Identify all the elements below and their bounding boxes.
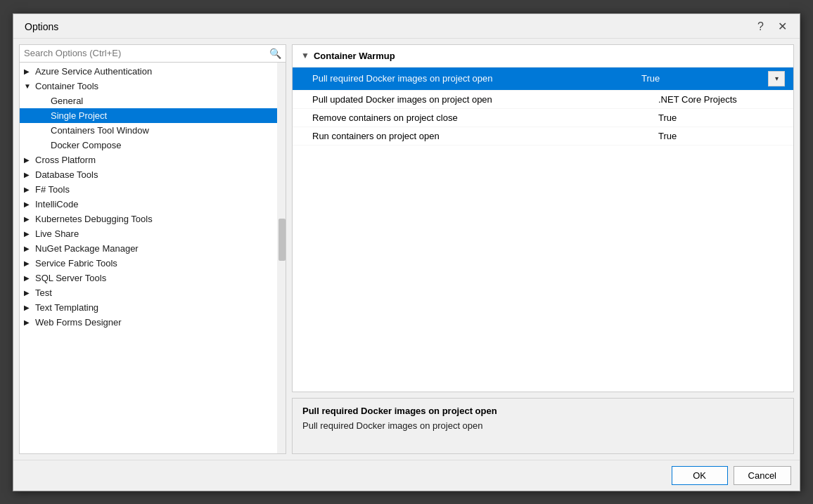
description-text: Pull required Docker images on project o… <box>302 420 783 431</box>
tree-arrow-service-fabric: ▶ <box>24 259 32 267</box>
tree-label-azure-service-auth: Azure Service Authentication <box>35 66 152 77</box>
tree-label-cross-platform: Cross Platform <box>35 155 96 165</box>
tree-label-text-templating: Text Templating <box>35 302 98 313</box>
settings-panel: ▼ Container Warmup Pull required Docker … <box>292 44 794 392</box>
tree-arrow-database-tools: ▶ <box>24 171 32 179</box>
settings-row-label-remove-containers: Remove containers on project close <box>312 112 658 123</box>
tree-item-container-tools[interactable]: ▼Container Tools <box>20 79 286 93</box>
tree-arrow-kubernetes-debugging: ▶ <box>24 215 32 223</box>
tree-item-azure-service-auth[interactable]: ▶Azure Service Authentication <box>20 64 286 79</box>
dialog-body: 🔍 ▶Azure Service Authentication▼Containe… <box>13 39 800 460</box>
section-arrow: ▼ <box>301 51 309 60</box>
tree-arrow-azure-service-auth: ▶ <box>24 67 32 75</box>
tree-label-docker-compose: Docker Compose <box>51 140 121 150</box>
tree-arrow-fsharp-tools: ▶ <box>24 186 32 193</box>
title-bar-controls: ? ✕ <box>753 20 791 34</box>
tree-label-kubernetes-debugging: Kubernetes Debugging Tools <box>35 214 153 224</box>
settings-row-pull-updated[interactable]: Pull updated Docker images on project op… <box>293 91 793 109</box>
tree-label-sql-server: SQL Server Tools <box>35 273 106 283</box>
tree-item-intellicode[interactable]: ▶IntelliCode <box>20 197 286 212</box>
tree-item-cross-platform[interactable]: ▶Cross Platform <box>20 153 286 167</box>
settings-row-label-pull-updated: Pull updated Docker images on project op… <box>312 94 658 105</box>
tree-item-containers-tool-window[interactable]: Containers Tool Window <box>20 123 286 138</box>
tree-arrow-text-templating: ▶ <box>24 304 32 311</box>
tree-label-containers-tool-window: Containers Tool Window <box>51 125 149 136</box>
help-button[interactable]: ? <box>753 20 768 34</box>
settings-row-value-pull-updated: .NET Core Projects <box>658 94 785 105</box>
settings-row-label-run-containers: Run containers on project open <box>312 131 658 141</box>
cancel-button[interactable]: Cancel <box>734 466 791 485</box>
tree-label-single-project: Single Project <box>51 110 107 121</box>
settings-row-value-pull-required: True <box>641 73 768 84</box>
description-title: Pull required Docker images on project o… <box>302 406 783 416</box>
tree-label-live-share: Live Share <box>35 228 79 239</box>
left-panel: 🔍 ▶Azure Service Authentication▼Containe… <box>19 44 286 454</box>
settings-row-label-pull-required: Pull required Docker images on project o… <box>312 73 641 84</box>
tree-arrow-web-forms: ▶ <box>24 318 32 326</box>
search-box: 🔍 <box>20 45 286 63</box>
settings-row-pull-required[interactable]: Pull required Docker images on project o… <box>293 67 793 91</box>
tree-label-test: Test <box>35 287 52 298</box>
tree-label-web-forms: Web Forms Designer <box>35 317 122 328</box>
tree-item-kubernetes-debugging[interactable]: ▶Kubernetes Debugging Tools <box>20 212 286 226</box>
ok-button[interactable]: OK <box>672 466 728 485</box>
settings-table: Pull required Docker images on project o… <box>293 67 793 392</box>
description-panel: Pull required Docker images on project o… <box>292 398 794 454</box>
tree-arrow-nuget-package: ▶ <box>24 245 32 252</box>
settings-row-run-containers[interactable]: Run containers on project openTrue <box>293 127 793 146</box>
dropdown-button-pull-required[interactable]: ▾ <box>768 71 785 86</box>
dialog-footer: OK Cancel <box>13 460 800 491</box>
scrollbar-track <box>277 63 286 453</box>
tree-arrow-container-tools: ▼ <box>24 82 32 90</box>
tree-item-test[interactable]: ▶Test <box>20 285 286 300</box>
tree-item-service-fabric[interactable]: ▶Service Fabric Tools <box>20 256 286 271</box>
tree-label-service-fabric: Service Fabric Tools <box>35 258 117 269</box>
title-bar: Options ? ✕ <box>13 14 800 39</box>
tree-arrow-sql-server: ▶ <box>24 274 32 282</box>
tree-item-single-project[interactable]: Single Project <box>20 108 286 123</box>
tree-label-nuget-package: NuGet Package Manager <box>35 243 139 254</box>
tree-label-database-tools: Database Tools <box>35 169 98 180</box>
close-button[interactable]: ✕ <box>774 20 791 34</box>
section-title: Container Warmup <box>314 51 395 61</box>
tree-item-live-share[interactable]: ▶Live Share <box>20 226 286 241</box>
options-dialog: Options ? ✕ 🔍 ▶Azure Service Authenticat… <box>13 13 800 491</box>
tree-arrow-intellicode: ▶ <box>24 200 32 208</box>
tree-item-database-tools[interactable]: ▶Database Tools <box>20 167 286 182</box>
settings-row-remove-containers[interactable]: Remove containers on project closeTrue <box>293 109 793 127</box>
tree: ▶Azure Service Authentication▼Container … <box>20 63 286 453</box>
settings-row-value-remove-containers: True <box>658 112 785 123</box>
tree-item-text-templating[interactable]: ▶Text Templating <box>20 300 286 315</box>
tree-arrow-test: ▶ <box>24 289 32 297</box>
scrollbar-thumb[interactable] <box>279 219 286 261</box>
tree-label-intellicode: IntelliCode <box>35 199 78 209</box>
tree-item-fsharp-tools[interactable]: ▶F# Tools <box>20 182 286 197</box>
right-panel: ▼ Container Warmup Pull required Docker … <box>292 44 794 454</box>
dialog-title: Options <box>25 21 58 32</box>
tree-label-container-tools: Container Tools <box>35 81 98 91</box>
tree-arrow-cross-platform: ▶ <box>24 156 32 164</box>
tree-item-docker-compose[interactable]: Docker Compose <box>20 138 286 153</box>
tree-item-general[interactable]: General <box>20 93 286 108</box>
tree-arrow-live-share: ▶ <box>24 230 32 238</box>
tree-label-general: General <box>51 96 83 106</box>
settings-header: ▼ Container Warmup <box>293 45 793 67</box>
search-input[interactable] <box>24 48 269 58</box>
settings-row-value-run-containers: True <box>658 131 785 141</box>
tree-item-nuget-package[interactable]: ▶NuGet Package Manager <box>20 241 286 256</box>
tree-item-web-forms[interactable]: ▶Web Forms Designer <box>20 315 286 330</box>
search-icon: 🔍 <box>269 48 281 59</box>
tree-label-fsharp-tools: F# Tools <box>35 184 70 195</box>
tree-item-sql-server[interactable]: ▶SQL Server Tools <box>20 271 286 285</box>
